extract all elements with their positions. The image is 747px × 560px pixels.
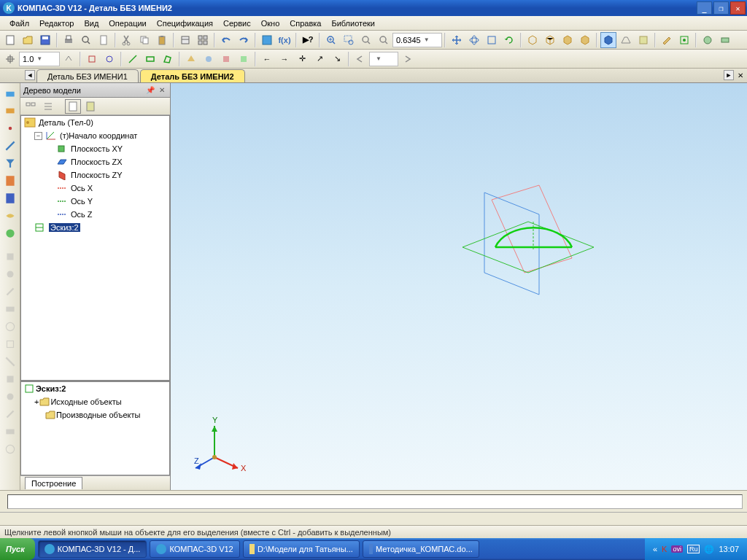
edit-sketch-icon[interactable] — [659, 32, 675, 48]
taskbar-item-2[interactable]: КОМПАС-3D V12 — [150, 540, 239, 558]
tab-nav-right[interactable]: ► — [724, 70, 734, 80]
menu-file[interactable]: Файл — [4, 18, 34, 29]
mv-cross-icon[interactable]: ✛ — [294, 51, 310, 67]
manager-icon[interactable] — [259, 32, 275, 48]
doc-tab-1[interactable]: Деталь БЕЗ ИМЕНИ1 — [36, 69, 139, 82]
menu-libraries[interactable]: Библиотеки — [326, 18, 380, 29]
menu-operations[interactable]: Операции — [104, 18, 151, 29]
sketch-icon[interactable] — [676, 32, 692, 48]
op3-icon[interactable] — [218, 51, 234, 67]
vtool-d12-icon[interactable] — [2, 441, 18, 457]
page-icon[interactable] — [96, 32, 112, 48]
small1-icon[interactable] — [84, 51, 100, 67]
tree-detail[interactable]: Эскиз:2 + Исходные объекты Производные о… — [20, 381, 170, 475]
tray-antivirus-icon[interactable]: K — [662, 545, 667, 553]
mv-dec-icon[interactable]: ↘ — [329, 51, 345, 67]
tree-tb-1-icon[interactable] — [23, 99, 39, 114]
tree-header[interactable]: Дерево модели 📌 ✕ — [20, 83, 170, 98]
tree-plane-zy[interactable]: Плоскость ZY — [21, 168, 169, 182]
zoom-combo[interactable]: 0.6345▼ — [392, 33, 442, 47]
shade3-icon[interactable] — [560, 32, 576, 48]
vtool-d2-icon[interactable] — [2, 266, 18, 282]
cut-icon[interactable] — [119, 32, 135, 48]
minimize-button[interactable]: _ — [697, 1, 712, 15]
menu-view[interactable]: Вид — [79, 18, 104, 29]
vtool-d3-icon[interactable] — [2, 284, 18, 300]
tree-pin-icon[interactable]: 📌 — [145, 85, 155, 96]
taskbar-item-3[interactable]: D:\Модели для Татьяны... — [243, 540, 360, 558]
vtool-d10-icon[interactable] — [2, 406, 18, 422]
simplify-icon[interactable] — [635, 32, 651, 48]
tray-lang-icon[interactable]: Ru — [687, 545, 700, 553]
open-icon[interactable] — [20, 32, 36, 48]
menu-editor[interactable]: Редактор — [34, 18, 79, 29]
start-button[interactable]: Пуск — [0, 538, 35, 560]
tab-close[interactable]: ✕ — [735, 70, 746, 80]
tree-footer-tab[interactable]: Построение — [25, 477, 82, 489]
detail-sketch[interactable]: Эскиз:2 — [21, 382, 169, 395]
vtool-z1-icon[interactable] — [2, 208, 18, 224]
zoom-prev-icon[interactable] — [358, 32, 374, 48]
save-icon[interactable] — [37, 32, 53, 48]
vtool-cut-icon[interactable] — [2, 103, 18, 119]
help-icon[interactable]: ▶? — [300, 32, 316, 48]
perspective-icon[interactable] — [618, 32, 634, 48]
tree-origin[interactable]: − (т)Начало координат — [21, 129, 169, 142]
tree-axis-x[interactable]: Ось X — [21, 182, 169, 195]
paste-icon[interactable] — [154, 32, 170, 48]
sk-line-icon[interactable] — [125, 51, 141, 67]
tool-a-icon[interactable] — [700, 32, 716, 48]
vtool-point-icon[interactable] — [2, 120, 18, 136]
taskbar-item-4[interactable]: Методичка_КОМПАС.do... — [363, 540, 479, 558]
small2-icon[interactable] — [101, 51, 117, 67]
vtool-report-icon[interactable] — [2, 190, 18, 206]
empty-combo[interactable]: ▼ — [369, 52, 398, 66]
mv-inc-icon[interactable]: ↗ — [311, 51, 328, 67]
preview-icon[interactable] — [78, 32, 94, 48]
print-icon[interactable] — [61, 32, 77, 48]
tray-ovi-icon[interactable]: ovi — [671, 545, 683, 553]
pan-icon[interactable] — [449, 32, 465, 48]
sk-rect-icon[interactable] — [142, 51, 158, 67]
vtool-d8-icon[interactable] — [2, 371, 18, 387]
tree-body[interactable]: Деталь (Тел-0) − (т)Начало координат Пло… — [20, 115, 170, 381]
cyc-l-icon[interactable] — [352, 51, 368, 67]
vtool-d5-icon[interactable] — [2, 319, 18, 335]
vtool-d7-icon[interactable] — [2, 354, 18, 370]
menu-service[interactable]: Сервис — [218, 18, 256, 29]
fit-icon[interactable] — [484, 32, 500, 48]
op1-icon[interactable] — [183, 51, 199, 67]
tree-plane-xy[interactable]: Плоскость XY — [21, 142, 169, 155]
vtool-d4-icon[interactable] — [2, 301, 18, 317]
taskbar-item-1[interactable]: КОМПАС-3D V12 - Д... — [38, 540, 147, 558]
vtool-spec-icon[interactable] — [2, 173, 18, 189]
tray-expand-icon[interactable]: « — [653, 545, 657, 553]
properties-icon[interactable] — [177, 32, 193, 48]
anchor-icon[interactable] — [2, 51, 18, 67]
shade1-icon[interactable] — [525, 32, 541, 48]
zoom-next-icon[interactable] — [376, 32, 392, 48]
vtool-extrude-icon[interactable] — [2, 85, 18, 101]
menu-specification[interactable]: Спецификация — [152, 18, 218, 29]
vtool-axis-icon[interactable] — [2, 138, 18, 154]
menu-window[interactable]: Окно — [256, 18, 285, 29]
tree-tb-2-icon[interactable] — [40, 99, 56, 114]
tool-b-icon[interactable] — [717, 32, 733, 48]
undo-icon[interactable] — [218, 32, 234, 48]
cyc-r-icon[interactable] — [399, 51, 415, 67]
vtool-d9-icon[interactable] — [2, 389, 18, 405]
shade4-icon[interactable] — [577, 32, 593, 48]
vtool-d1-icon[interactable] — [2, 249, 18, 265]
tree-axis-z[interactable]: Ось Z — [21, 208, 169, 221]
tree-tb-3-icon[interactable] — [65, 99, 81, 114]
tree-axis-y[interactable]: Ось Y — [21, 195, 169, 208]
command-input[interactable] — [7, 494, 743, 509]
vtool-z2-icon[interactable] — [2, 225, 18, 241]
grid-icon[interactable] — [195, 32, 211, 48]
system-tray[interactable]: « K ovi Ru 🌐 13:07 — [645, 538, 747, 560]
doc-tab-2[interactable]: Деталь БЕЗ ИМЕНИ2 — [140, 69, 245, 82]
close-button[interactable]: ✕ — [730, 1, 746, 15]
vtool-d11-icon[interactable] — [2, 424, 18, 440]
collapse-icon[interactable]: − — [34, 132, 42, 140]
maximize-button[interactable]: ❐ — [713, 1, 729, 15]
